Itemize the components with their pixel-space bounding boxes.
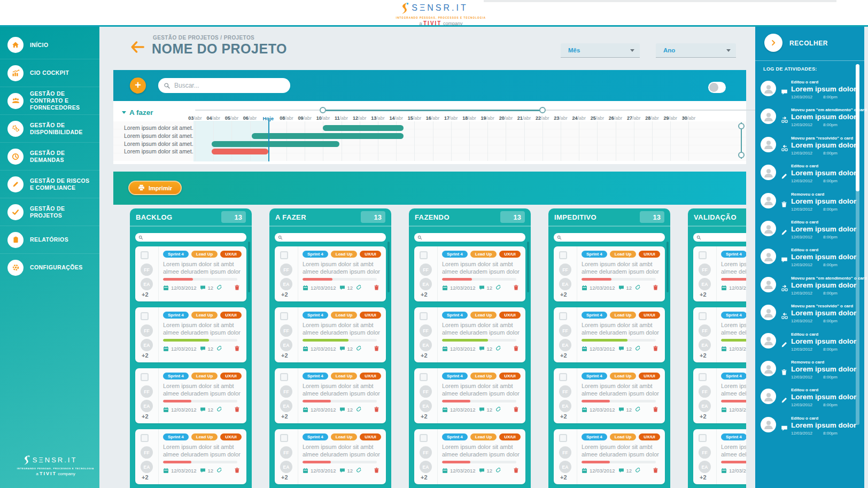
- trash-icon[interactable]: [374, 284, 379, 291]
- kanban-card[interactable]: FF EA +2 Sprint 4Lead UpUX/UI Lorem ipsu…: [414, 307, 525, 362]
- trash-icon[interactable]: [513, 406, 519, 413]
- sidebar-item-gestao-de-riscos-e-compliance[interactable]: GESTÃO DE RISCOS E COMPLIANCE: [0, 170, 99, 198]
- attachment-icon[interactable]: [216, 468, 222, 474]
- comments-icon[interactable]: [479, 407, 485, 413]
- month-dropdown[interactable]: Mês: [561, 43, 640, 58]
- column-search-input[interactable]: [424, 235, 522, 241]
- card-checkbox[interactable]: [420, 312, 428, 320]
- sidebar-item-gestao-de-projetos[interactable]: GESTÃO DE PROJETOS: [0, 198, 99, 226]
- trash-icon[interactable]: [374, 406, 379, 413]
- comments-icon[interactable]: [479, 346, 485, 352]
- year-dropdown[interactable]: Ano: [656, 43, 736, 58]
- comments-icon[interactable]: [339, 346, 345, 352]
- comments-icon[interactable]: [200, 407, 206, 413]
- sidebar-item-gestao-de-demandas[interactable]: GESTÃO DE DEMANDAS: [0, 142, 99, 170]
- trash-icon[interactable]: [513, 467, 519, 474]
- kanban-card[interactable]: FF EA +2 Sprint 4Lead UpUX/UI Lorem ipsu…: [135, 307, 246, 362]
- kanban-card[interactable]: FF EA +2 Sprint 4Lead UpUX/UI Lorem ipsu…: [414, 429, 525, 484]
- attachment-icon[interactable]: [216, 346, 222, 352]
- attachment-icon[interactable]: [495, 407, 501, 413]
- print-button[interactable]: Imprimir: [128, 181, 182, 195]
- kanban-card[interactable]: FF EA +2 Sprint 4Lead UpUX/UI Lorem ipsu…: [554, 429, 665, 484]
- card-checkbox[interactable]: [141, 434, 149, 442]
- trash-icon[interactable]: [653, 467, 658, 474]
- comments-icon[interactable]: [618, 346, 624, 352]
- trash-icon[interactable]: [374, 345, 379, 352]
- card-checkbox[interactable]: [280, 434, 288, 442]
- comments-icon[interactable]: [618, 407, 624, 413]
- column-search-input[interactable]: [285, 235, 383, 241]
- comments-icon[interactable]: [479, 285, 485, 291]
- attachment-icon[interactable]: [356, 346, 362, 352]
- attachment-icon[interactable]: [356, 407, 362, 413]
- card-checkbox[interactable]: [280, 312, 288, 320]
- view-toggle[interactable]: [708, 82, 726, 93]
- kanban-card[interactable]: FF EA +2 Sprint 4Lead UpUX/UI Lorem ipsu…: [275, 368, 386, 423]
- comments-icon[interactable]: [618, 468, 624, 474]
- attachment-icon[interactable]: [635, 346, 641, 352]
- sidebar-item-relatorios[interactable]: RELATÓRIOS: [0, 226, 99, 253]
- gantt-bar[interactable]: [323, 125, 403, 131]
- kanban-card[interactable]: FF EA +2 Sprint 4Lead UpUX/UI Lorem ipsu…: [135, 368, 246, 423]
- trash-icon[interactable]: [653, 345, 658, 352]
- column-search-input[interactable]: [703, 235, 746, 241]
- attachment-icon[interactable]: [356, 285, 362, 291]
- gantt-bar[interactable]: [252, 133, 404, 139]
- kanban-card[interactable]: FF EA +2 Sprint 4Lead UpUX/UI Lorem ipsu…: [135, 246, 246, 301]
- card-checkbox[interactable]: [559, 434, 567, 442]
- trash-icon[interactable]: [234, 406, 240, 413]
- search-input[interactable]: [174, 82, 285, 89]
- column-scrollbar[interactable]: [387, 242, 390, 292]
- column-scrollbar[interactable]: [248, 242, 250, 292]
- attachment-icon[interactable]: [635, 407, 641, 413]
- card-checkbox[interactable]: [699, 251, 707, 259]
- attachment-icon[interactable]: [216, 285, 222, 291]
- card-checkbox[interactable]: [141, 312, 149, 320]
- comments-icon[interactable]: [339, 407, 345, 413]
- collapse-button[interactable]: [764, 34, 782, 52]
- attachment-icon[interactable]: [495, 346, 501, 352]
- sidebar-item-gestao-de-contrato-e-fornecedores[interactable]: GESTÃO DE CONTRATO E FORNECEDORES: [0, 87, 99, 114]
- comments-icon[interactable]: [339, 468, 345, 474]
- column-scrollbar[interactable]: [527, 242, 529, 292]
- kanban-card[interactable]: FF EA +2 Sprint 4Lead UpUX/UI Lorem ipsu…: [275, 307, 386, 362]
- card-checkbox[interactable]: [141, 251, 149, 259]
- attachment-icon[interactable]: [495, 285, 501, 291]
- attachment-icon[interactable]: [635, 468, 641, 474]
- sidebar-item-inicio[interactable]: INÍCIO: [0, 31, 99, 59]
- column-search-input[interactable]: [145, 235, 243, 241]
- trash-icon[interactable]: [234, 345, 240, 352]
- card-checkbox[interactable]: [699, 312, 707, 320]
- comments-icon[interactable]: [479, 468, 485, 474]
- attachment-icon[interactable]: [495, 468, 501, 474]
- gantt-bar[interactable]: [212, 141, 339, 147]
- attachment-icon[interactable]: [356, 468, 362, 474]
- comments-icon[interactable]: [339, 285, 345, 291]
- gantt-vscroll-handle-top[interactable]: [738, 123, 745, 129]
- gantt-vscroll-handle-bottom[interactable]: [738, 152, 745, 158]
- timeline-slider-handle-start[interactable]: [320, 107, 326, 113]
- trash-icon[interactable]: [513, 345, 519, 352]
- kanban-card[interactable]: FF EA +2 Sprint 4Lead UpUX/UI Lorem ipsu…: [135, 429, 246, 484]
- card-checkbox[interactable]: [280, 373, 288, 381]
- activity-scrollbar-thumb[interactable]: [856, 64, 859, 191]
- trash-icon[interactable]: [653, 406, 658, 413]
- column-search-input[interactable]: [564, 235, 662, 241]
- kanban-card[interactable]: FF EA +2 Sprint 4Lead UpUX/UI Lorem ipsu…: [554, 246, 665, 301]
- attachment-icon[interactable]: [216, 407, 222, 413]
- kanban-card[interactable]: FF EA +2 Sprint 4Lead UpUX/UI Lorem ipsu…: [275, 429, 386, 484]
- trash-icon[interactable]: [653, 284, 658, 291]
- card-checkbox[interactable]: [559, 373, 567, 381]
- kanban-card[interactable]: FF EA +2 Sprint 4Lead UpUX/UI Lorem ipsu…: [693, 429, 746, 484]
- card-checkbox[interactable]: [559, 251, 567, 259]
- comments-icon[interactable]: [618, 285, 624, 291]
- trash-icon[interactable]: [513, 284, 519, 291]
- card-checkbox[interactable]: [420, 434, 428, 442]
- kanban-card[interactable]: FF EA +2 Sprint 4Lead UpUX/UI Lorem ipsu…: [693, 246, 746, 301]
- kanban-card[interactable]: FF EA +2 Sprint 4Lead UpUX/UI Lorem ipsu…: [693, 307, 746, 362]
- comments-icon[interactable]: [200, 285, 206, 291]
- card-checkbox[interactable]: [420, 373, 428, 381]
- card-checkbox[interactable]: [420, 251, 428, 259]
- column-scrollbar[interactable]: [666, 242, 669, 292]
- gantt-bar[interactable]: [212, 149, 268, 154]
